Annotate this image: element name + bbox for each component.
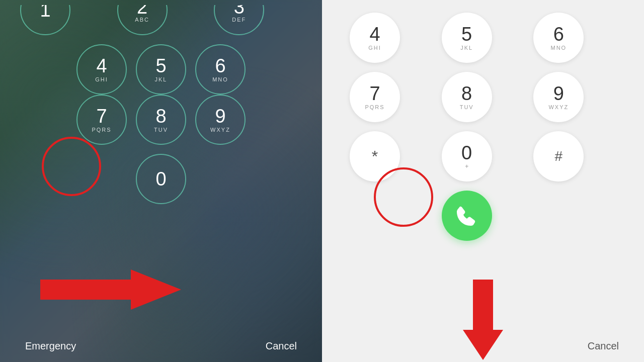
cancel-button-right[interactable]: Cancel <box>588 340 619 352</box>
dial-btn-8[interactable]: 8 TUV <box>136 95 186 145</box>
dial-btn-2[interactable]: 2 ABC <box>117 5 168 35</box>
dial-btn-4[interactable]: 4 GHI <box>76 44 127 95</box>
svg-marker-0 <box>40 269 181 310</box>
right-dial-btn-7[interactable]: 7 PQRS <box>350 72 400 122</box>
dial-btn-1[interactable]: 1 <box>20 5 70 35</box>
right-bottom-row: * 0 + # <box>322 131 644 182</box>
right-dial-btn-6[interactable]: 6 MNO <box>533 13 584 63</box>
dial-btn-7[interactable]: 7 PQRS <box>76 95 127 145</box>
right-dial-btn-4[interactable]: 4 GHI <box>350 13 400 63</box>
right-panel: 4 GHI 5 JKL 6 MNO 7 PQRS 8 TUV 9 WXYZ * <box>322 0 644 362</box>
right-call-row <box>322 191 644 241</box>
phone-icon <box>455 205 478 227</box>
left-mid-row: 4 GHI 5 JKL 6 MNO <box>56 44 266 95</box>
emergency-button[interactable]: Emergency <box>25 340 76 352</box>
left-zero-row: 0 <box>0 154 322 204</box>
right-mid-row: 7 PQRS 8 TUV 9 WXYZ <box>322 72 644 122</box>
cancel-button-left[interactable]: Cancel <box>266 340 297 352</box>
dial-btn-6[interactable]: 6 MNO <box>195 44 246 95</box>
right-dial-btn-hash[interactable]: # <box>533 131 584 182</box>
dial-btn-3[interactable]: 3 DEF <box>214 5 264 35</box>
left-panel: 1 2 ABC 3 DEF 4 GHI 5 JKL 6 MNO 7 PQRS <box>0 0 322 362</box>
dial-btn-9[interactable]: 9 WXYZ <box>195 95 246 145</box>
call-button[interactable] <box>442 191 492 241</box>
dial-btn-5[interactable]: 5 JKL <box>136 44 186 95</box>
right-dial-btn-8[interactable]: 8 TUV <box>442 72 492 122</box>
right-top-row: 4 GHI 5 JKL 6 MNO <box>322 13 644 63</box>
dial-btn-0[interactable]: 0 <box>136 154 186 204</box>
arrow-right <box>40 269 181 312</box>
right-dial-btn-5[interactable]: 5 JKL <box>442 13 492 63</box>
right-bottom-labels: Cancel <box>322 340 644 352</box>
right-dial-btn-star[interactable]: * <box>350 131 400 182</box>
left-bottom-labels: Emergency Cancel <box>0 340 322 352</box>
right-dial-btn-0[interactable]: 0 + <box>442 131 492 182</box>
right-dial-btn-9[interactable]: 9 WXYZ <box>533 72 584 122</box>
top-partial-row: 1 2 ABC 3 DEF <box>0 5 322 35</box>
left-bottom-row: 7 PQRS 8 TUV 9 WXYZ <box>56 95 266 145</box>
